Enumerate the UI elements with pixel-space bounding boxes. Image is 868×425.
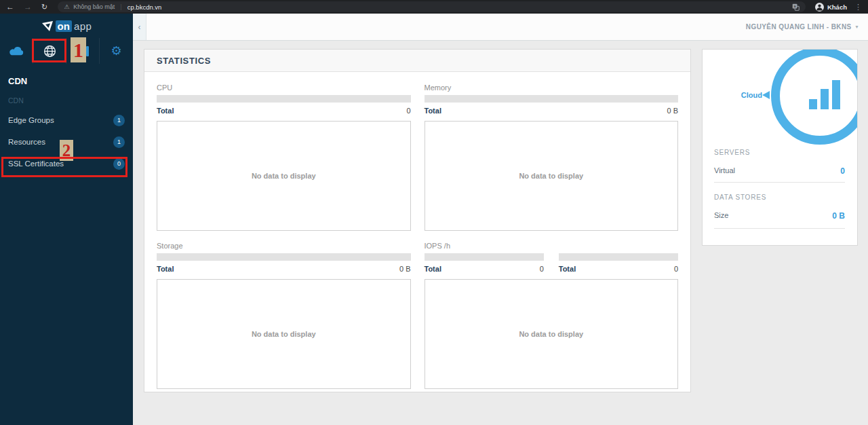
total-label: Total bbox=[157, 265, 174, 273]
cloud-icon bbox=[8, 45, 24, 56]
back-icon[interactable]: ← bbox=[1, 0, 19, 14]
sidebar-collapse-button[interactable]: ‹ bbox=[133, 14, 146, 40]
stat-panel-memory: Memory Total 0 B No data to display bbox=[425, 84, 679, 231]
stat-total-row: Total 0 B bbox=[157, 263, 411, 274]
sidebar-group-label: CDN bbox=[8, 96, 125, 105]
total-value: 0 bbox=[540, 265, 544, 273]
stat-total-row: Total 0 B bbox=[425, 105, 679, 116]
virtual-servers-row: Virtual 0 bbox=[714, 166, 845, 183]
stat-label: IOPS /h bbox=[425, 242, 679, 250]
chart-placeholder: No data to display bbox=[157, 121, 411, 231]
no-data-message: No data to display bbox=[252, 172, 316, 180]
stat-total-row: Total 0 bbox=[157, 105, 411, 116]
ring-bar-icon bbox=[832, 80, 840, 109]
cloud-label[interactable]: Cloud bbox=[703, 91, 762, 99]
row-label: Size bbox=[714, 211, 728, 219]
annotation-box-1 bbox=[32, 39, 66, 62]
browser-toolbar: ← → ↻ ⚠ Không bảo mật | cp.bkcdn.vn a Kh… bbox=[0, 0, 868, 14]
annotation-box-2 bbox=[1, 157, 127, 177]
forward-icon[interactable]: → bbox=[19, 0, 37, 14]
sidebar: on app bbox=[0, 14, 133, 425]
statistics-body: CPU Total 0 No data to display Memory To… bbox=[144, 72, 690, 389]
avatar bbox=[815, 3, 824, 12]
annotation-step-1: 1 bbox=[71, 37, 86, 62]
stat-label: Memory bbox=[425, 84, 679, 92]
no-data-message: No data to display bbox=[252, 330, 316, 338]
chart-placeholder: No data to display bbox=[425, 121, 679, 231]
chart-placeholder: No data to display bbox=[157, 279, 411, 389]
sidebar-icon-nav: ⚙ bbox=[0, 38, 133, 64]
nav-settings[interactable]: ⚙ bbox=[100, 38, 133, 64]
screen: ← → ↻ ⚠ Không bảo mật | cp.bkcdn.vn a Kh… bbox=[0, 0, 868, 425]
statistics-title: STATISTICS bbox=[157, 56, 211, 66]
row-label: Virtual bbox=[714, 166, 735, 174]
iops-dual-bars: Total 0 Total 0 bbox=[425, 253, 679, 274]
stat-total-row: Total 0 bbox=[425, 263, 544, 274]
address-bar[interactable]: ⚠ Không bảo mật | cp.bkcdn.vn a bbox=[58, 1, 806, 12]
no-data-message: No data to display bbox=[519, 172, 583, 180]
menu-item-label: Edge Groups bbox=[8, 116, 54, 124]
address-divider: | bbox=[119, 3, 123, 10]
sidebar-item-edge-groups[interactable]: Edge Groups 1 bbox=[8, 109, 125, 131]
security-warning-label[interactable]: Không bảo mật bbox=[73, 3, 115, 10]
statistics-card: STATISTICS CPU Total 0 No data to displa… bbox=[144, 49, 691, 392]
cloud-pointer-icon bbox=[762, 91, 770, 99]
logo-text-bold: on bbox=[56, 20, 72, 32]
profile-name: Khách bbox=[827, 3, 847, 11]
total-value: 0 bbox=[674, 265, 678, 273]
gear-icon: ⚙ bbox=[111, 45, 121, 57]
browser-menu-icon[interactable]: ⋮ bbox=[850, 3, 868, 12]
reload-icon[interactable]: ↻ bbox=[37, 0, 52, 14]
cloud-summary-card: Cloud SERVERS Virtual 0 DATA STORES Size… bbox=[702, 49, 858, 246]
iops-write-group: Total 0 bbox=[559, 253, 678, 274]
main-content: STATISTICS CPU Total 0 No data to displa… bbox=[133, 41, 868, 425]
chevron-down-icon: ▾ bbox=[856, 24, 859, 30]
app-header: ‹ NGUYỄN QUANG LINH - BKNS ▾ bbox=[133, 14, 868, 41]
browser-profile-chip[interactable]: Khách bbox=[812, 3, 850, 12]
stat-panel-iops: IOPS /h Total 0 Total bbox=[425, 242, 679, 389]
total-label: Total bbox=[425, 107, 441, 115]
stat-label: Storage bbox=[157, 242, 411, 250]
total-value: 0 B bbox=[399, 265, 411, 273]
user-account-name: NGUYỄN QUANG LINH - BKNS bbox=[746, 23, 852, 31]
security-warning-icon: ⚠ bbox=[64, 3, 69, 10]
nav-cloud[interactable] bbox=[0, 38, 33, 64]
stat-panel-cpu: CPU Total 0 No data to display bbox=[157, 84, 411, 231]
stat-total-row: Total 0 bbox=[559, 263, 678, 274]
count-badge: 1 bbox=[113, 136, 125, 148]
total-label: Total bbox=[425, 265, 441, 273]
stat-usage-bar bbox=[425, 253, 544, 261]
onapp-logo[interactable]: on app bbox=[0, 14, 133, 38]
stat-panel-storage: Storage Total 0 B No data to display bbox=[157, 242, 411, 389]
translate-icon[interactable]: a bbox=[792, 3, 800, 11]
count-badge: 1 bbox=[113, 115, 125, 126]
total-value: 0 bbox=[406, 107, 410, 115]
sidebar-section-title: CDN bbox=[8, 76, 125, 86]
logo-text-light: app bbox=[74, 20, 92, 32]
user-account-menu[interactable]: NGUYỄN QUANG LINH - BKNS ▾ bbox=[746, 14, 859, 40]
iops-read-group: Total 0 bbox=[425, 253, 544, 274]
cloud-ring-icon[interactable] bbox=[771, 49, 858, 145]
stat-label: CPU bbox=[157, 84, 411, 92]
stat-usage-bar bbox=[559, 253, 678, 261]
row-value-link[interactable]: 0 bbox=[840, 166, 845, 176]
onapp-logo-icon bbox=[41, 20, 54, 32]
ring-bar-icon bbox=[809, 99, 817, 109]
statistics-card-header: STATISTICS bbox=[144, 50, 690, 72]
servers-heading: SERVERS bbox=[714, 149, 750, 156]
row-value-link[interactable]: 0 B bbox=[832, 211, 845, 221]
url-text[interactable]: cp.bkcdn.vn bbox=[127, 3, 162, 11]
total-label: Total bbox=[559, 265, 576, 273]
chart-placeholder: No data to display bbox=[425, 279, 679, 389]
stat-usage-bar bbox=[157, 253, 411, 261]
chevron-left-icon: ‹ bbox=[138, 22, 141, 32]
ring-bar-icon bbox=[821, 89, 829, 109]
total-value: 0 B bbox=[667, 107, 678, 115]
stat-usage-bar bbox=[157, 95, 411, 103]
data-stores-heading: DATA STORES bbox=[714, 193, 766, 201]
no-data-message: No data to display bbox=[519, 330, 583, 338]
data-store-size-row: Size 0 B bbox=[714, 211, 845, 229]
person-icon bbox=[815, 3, 824, 12]
total-label: Total bbox=[157, 107, 174, 115]
menu-item-label: Resources bbox=[8, 138, 45, 146]
